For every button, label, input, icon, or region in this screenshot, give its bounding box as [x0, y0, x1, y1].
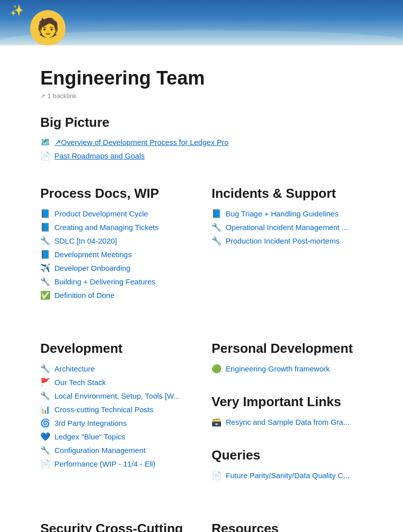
- link-text: Creating and Managing Tickets: [54, 223, 159, 232]
- very-important-links-title: Very Important Links: [212, 394, 363, 410]
- backlink-text: 1 backlink: [47, 92, 77, 100]
- tool-icon: 🔧: [40, 364, 50, 373]
- development-title: Development: [40, 341, 191, 356]
- link-text: Configuration Management: [54, 446, 146, 454]
- link-text: Our Tech Stack: [54, 378, 106, 387]
- right-column: Personal Development 🟢 Engineering Growt…: [212, 341, 363, 501]
- link-text: Operational Incident Management ...: [226, 223, 348, 232]
- hero-avatar: 🧑: [30, 10, 65, 45]
- tool-icon: 🔧: [212, 236, 222, 246]
- list-item[interactable]: 📘 Bug Triage + Handling Guidelines: [212, 208, 363, 219]
- queries-list: 📄 Future Parity/Sanity/Data Quality C...: [212, 470, 363, 481]
- link-text: Resync and Sample Data from Gra...: [226, 418, 350, 426]
- doc-icon: 📄: [40, 151, 50, 161]
- development-list: 🔧 Architecture 🚩 Our Tech Stack 🔧 Local …: [40, 363, 191, 469]
- link-text: ↗Overview of Development Process for Led…: [54, 138, 229, 147]
- list-item[interactable]: ✈️ Developer Onboarding: [40, 263, 191, 273]
- link-text: Building + Delivering Features: [54, 277, 156, 286]
- list-item[interactable]: ✅ Definition of Done: [40, 290, 191, 300]
- list-item[interactable]: 📄 Future Parity/Sanity/Data Quality C...: [212, 470, 363, 481]
- flag-icon: 🚩: [40, 377, 50, 387]
- list-item[interactable]: 🔧 Operational Incident Management ...: [212, 222, 363, 233]
- process-incidents-grid: Process Docs, WIP 📘 Product Development …: [40, 186, 363, 321]
- list-item[interactable]: 📘 Product Development Cycle: [40, 208, 191, 219]
- process-docs-title: Process Docs, WIP: [40, 186, 191, 201]
- link-text: Local Environment, Setup, Tools [W...: [54, 392, 180, 400]
- plane-icon: ✈️: [40, 263, 50, 273]
- queries-title: Queries: [212, 447, 363, 463]
- incidents-list: 📘 Bug Triage + Handling Guidelines 🔧 Ope…: [212, 208, 363, 246]
- list-item[interactable]: 📘 Creating and Managing Tickets: [40, 222, 191, 233]
- list-item[interactable]: 💙 Ledgex "Blue" Topics: [40, 431, 191, 442]
- list-item[interactable]: 🔧 Production Incident Post-mortems: [212, 236, 363, 246]
- spiral-icon: 🌀: [40, 418, 50, 428]
- link-text: Bug Triage + Handling Guidelines: [226, 209, 339, 218]
- list-item[interactable]: 📘 Development Meetings: [40, 249, 191, 260]
- link-text: Cross-cutting Technical Posts: [54, 405, 153, 414]
- big-picture-links: 🗺️ ↗Overview of Development Process for …: [40, 137, 363, 161]
- security-title: Security Cross-Cutting Topics: [40, 521, 191, 532]
- process-docs-section: Process Docs, WIP 📘 Product Development …: [40, 186, 191, 300]
- list-item[interactable]: 🔧 SDLC [In 04-2020]: [40, 236, 191, 246]
- list-item[interactable]: 📄 Performance (WIP - 11/4 - Eli): [40, 459, 191, 469]
- list-item[interactable]: 🔧 Building + Delivering Features: [40, 276, 191, 287]
- big-picture-title: Big Picture: [40, 115, 363, 130]
- link-text: Ledgex "Blue" Topics: [54, 432, 125, 441]
- queries-section: Queries 📄 Future Parity/Sanity/Data Qual…: [212, 447, 363, 481]
- page-title: Engineering Team: [40, 67, 363, 89]
- tool-icon: 🔧: [40, 445, 50, 455]
- link-text: Engineering Growth framework: [226, 364, 330, 373]
- list-item[interactable]: 🔧 Configuration Management: [40, 445, 191, 455]
- check-icon: ✅: [40, 290, 50, 300]
- security-resources-grid: Security Cross-Cutting Topics 🔢 Static A…: [40, 521, 363, 532]
- tool-icon: 🔧: [40, 236, 50, 246]
- very-important-links-list: 🗃️ Resync and Sample Data from Gra...: [212, 417, 363, 427]
- big-picture-section: Big Picture 🗺️ ↗Overview of Development …: [40, 115, 363, 161]
- backlink-icon: ↗: [40, 93, 45, 100]
- list-item[interactable]: 📊 Cross-cutting Technical Posts: [40, 404, 191, 415]
- list-item[interactable]: 🔧 Local Environment, Setup, Tools [W...: [40, 391, 191, 401]
- list-item[interactable]: 🚩 Our Tech Stack: [40, 377, 191, 388]
- chart-icon: 📊: [40, 405, 50, 414]
- doc-icon: 📄: [212, 471, 222, 480]
- tool-icon: 🔧: [212, 222, 222, 232]
- doc-icon: 📄: [40, 459, 50, 469]
- link-text: 3rd Party Integrations: [54, 419, 126, 427]
- incidents-title: Incidents & Support: [212, 186, 363, 201]
- incidents-section: Incidents & Support 📘 Bug Triage + Handl…: [212, 186, 363, 300]
- link-text: Past Roadmaps and Goals: [54, 151, 145, 160]
- link-text: Development Meetings: [54, 250, 131, 259]
- list-item[interactable]: 🌀 3rd Party Integrations: [40, 418, 191, 428]
- blue-heart-icon: 💙: [40, 432, 50, 441]
- link-text: Future Parity/Sanity/Data Quality C...: [226, 471, 350, 480]
- link-text: Architecture: [54, 364, 95, 373]
- security-section: Security Cross-Cutting Topics 🔢 Static A…: [40, 521, 191, 532]
- link-text: SDLC [In 04-2020]: [54, 237, 117, 245]
- personal-dev-title: Personal Development: [212, 341, 363, 356]
- list-item[interactable]: 🟢 Engineering Growth framework: [212, 363, 363, 374]
- resources-title: Resources: [212, 521, 363, 532]
- doc-icon: 🗺️: [40, 137, 50, 147]
- link-text: Product Development Cycle: [54, 209, 148, 218]
- green-circle-icon: 🟢: [212, 364, 222, 373]
- link-text: Definition of Done: [54, 291, 114, 299]
- hero-stars-icon: ✨: [10, 4, 24, 17]
- personal-dev-section: Personal Development 🟢 Engineering Growt…: [212, 341, 363, 374]
- list-item[interactable]: 🗃️ Resync and Sample Data from Gra...: [212, 417, 363, 427]
- link-text: Production Incident Post-mortems: [226, 237, 340, 245]
- dev-personal-grid: Development 🔧 Architecture 🚩 Our Tech St…: [40, 341, 363, 501]
- resources-section: Resources 🏅 Conferences: [212, 521, 363, 532]
- tool-icon: 🔧: [40, 277, 50, 286]
- doc-icon: 📘: [40, 209, 50, 218]
- database-icon: 🗃️: [212, 417, 222, 427]
- backlink[interactable]: ↗ 1 backlink: [40, 92, 363, 100]
- list-item[interactable]: 📄 Past Roadmaps and Goals: [40, 151, 363, 161]
- list-item[interactable]: 🔧 Architecture: [40, 363, 191, 374]
- list-item[interactable]: 🗺️ ↗Overview of Development Process for …: [40, 137, 363, 147]
- doc-icon: 📘: [40, 250, 50, 259]
- link-text: Performance (WIP - 11/4 - Eli): [54, 460, 156, 468]
- link-text: Developer Onboarding: [54, 264, 130, 272]
- process-docs-list: 📘 Product Development Cycle 📘 Creating a…: [40, 208, 191, 300]
- tool-icon: 🔧: [40, 391, 50, 401]
- doc-icon: 📘: [40, 222, 50, 232]
